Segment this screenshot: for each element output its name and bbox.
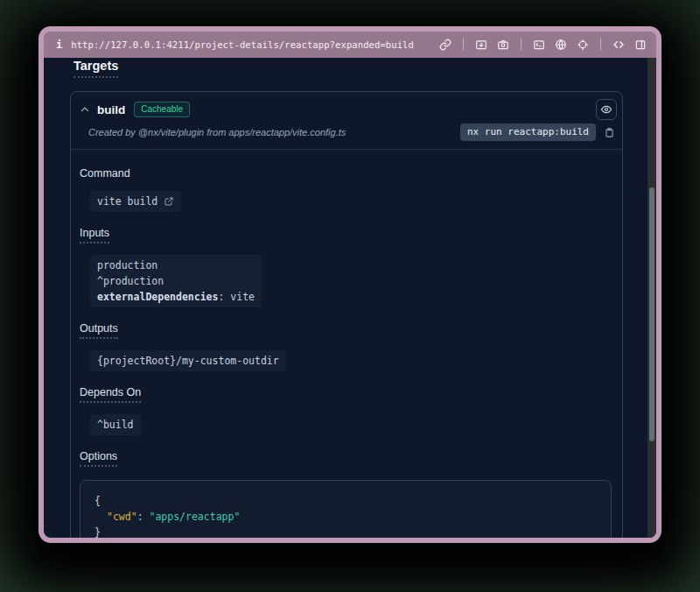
target-name-build: build (97, 103, 125, 116)
inputs-section: Inputs production ^production externalDe… (80, 224, 612, 307)
depends-on-value: ^build (90, 414, 141, 435)
options-heading[interactable]: Options (80, 450, 117, 467)
command-section: Command vite build (80, 165, 612, 212)
toolbar-separator (463, 39, 464, 51)
toolbar-separator (600, 39, 601, 51)
run-command-chip[interactable]: nx run reactapp:build (460, 123, 596, 141)
info-icon: i (56, 39, 62, 51)
json-value-cwd: "apps/reactapp" (149, 511, 240, 523)
inputs-list: production ^production externalDependenc… (90, 255, 262, 307)
options-json-block: { "cwd": "apps/reactapp" } (80, 480, 612, 538)
created-by-text: Created by @nx/vite/plugin from apps/rea… (88, 127, 346, 137)
globe-icon[interactable] (554, 38, 568, 52)
inputs-heading[interactable]: Inputs (80, 227, 109, 243)
outputs-heading[interactable]: Outputs (80, 322, 118, 339)
command-heading: Command (80, 167, 130, 180)
link-icon[interactable] (438, 38, 452, 52)
import-icon[interactable] (474, 38, 488, 52)
page-title: Targets (74, 59, 118, 78)
code-icon[interactable] (612, 38, 626, 52)
input-item: production (97, 257, 255, 273)
json-close-brace: } (94, 525, 597, 538)
chevron-up-icon[interactable] (80, 104, 90, 115)
url-bar: i http://127.0.0.1:4211/project-details/… (44, 32, 656, 58)
json-colon: : (137, 511, 150, 523)
command-value: vite build (90, 191, 181, 212)
build-details: Command vite build Inputs production ^pr… (71, 150, 622, 538)
url-text[interactable]: http://127.0.0.1:4211/project-details/re… (71, 39, 414, 50)
browser-window: i http://127.0.0.1:4211/project-details/… (38, 26, 662, 543)
scrollbar[interactable] (648, 58, 656, 538)
created-by-row: Created by @nx/vite/plugin from apps/rea… (71, 120, 622, 150)
scrollbar-thumb[interactable] (649, 187, 654, 441)
view-target-graph-button[interactable] (596, 99, 617, 120)
external-deps-key: externalDependencies (97, 291, 218, 303)
external-link-icon[interactable] (164, 196, 174, 207)
copy-icon[interactable] (604, 127, 615, 138)
external-deps-value: : vite (218, 291, 255, 303)
target-icon[interactable] (576, 38, 590, 52)
cacheable-badge: Cacheable (134, 102, 190, 117)
split-view-icon[interactable] (634, 38, 648, 52)
page-viewport: Targets build Cacheable Created by @nx/v… (44, 58, 656, 538)
options-section: Options { "cwd": "apps/reactapp" } (80, 448, 612, 538)
depends-on-section: Depends On ^build (80, 384, 612, 435)
input-item: ^production (97, 273, 255, 289)
toolbar-separator (521, 39, 522, 51)
outputs-value: {projectRoot}/my-custom-outdir (90, 350, 286, 371)
build-header[interactable]: build Cacheable (71, 92, 622, 120)
outputs-section: Outputs {projectRoot}/my-custom-outdir (80, 320, 612, 371)
depends-on-heading[interactable]: Depends On (80, 386, 141, 403)
terminal-icon[interactable] (532, 38, 546, 52)
json-cwd-line: "cwd": "apps/reactapp" (94, 509, 597, 525)
target-card-build: build Cacheable Created by @nx/vite/plug… (70, 91, 623, 538)
desktop: { "browser": { "info_glyph": "i", "url":… (0, 0, 700, 592)
command-text: vite build (97, 195, 158, 208)
json-open-brace: { (94, 493, 597, 509)
input-item-external-deps: externalDependencies: vite (97, 289, 255, 305)
toolbar-icons (438, 38, 648, 52)
json-key-cwd: "cwd" (107, 511, 137, 523)
project-details-content: Targets build Cacheable Created by @nx/v… (44, 58, 648, 538)
camera-icon[interactable] (496, 38, 510, 52)
